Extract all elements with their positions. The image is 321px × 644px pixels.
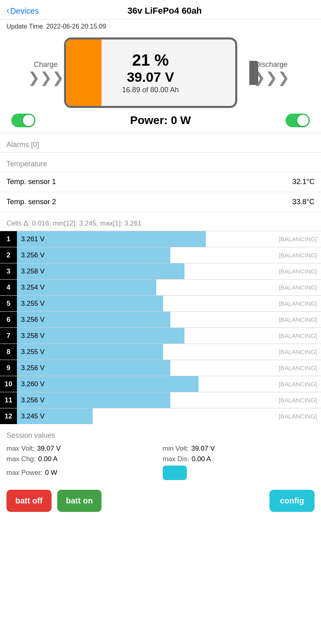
cell-fill-1: [17, 231, 206, 247]
cell-num-12: 12: [0, 408, 17, 424]
cell-balancing-5: [BALANCING]: [269, 300, 321, 307]
session-max-chg-val: 0.00 A: [38, 455, 58, 463]
cell-row-12: 12 3.245 V [BALANCING]: [0, 408, 321, 424]
charge-toggle[interactable]: [11, 114, 35, 127]
temp-sensor-2-label: Temp. sensor 2: [6, 198, 56, 206]
update-time-label: Update Time: [6, 23, 43, 30]
chevron-left-2: ❯: [52, 70, 64, 85]
cell-row-2: 2 3.256 V [BALANCING]: [0, 247, 321, 263]
battery-graphic: 21 % 39.07 V 16.89 of 80.00 Ah: [64, 37, 249, 108]
battery-body: 21 % 39.07 V 16.89 of 80.00 Ah: [64, 37, 237, 108]
session-config-placeholder: [163, 466, 187, 480]
cell-balancing-3: [BALANCING]: [269, 268, 321, 275]
session-max-power: max Power: 0 W: [6, 466, 159, 480]
cell-bar-3: 3.258 V: [17, 263, 269, 279]
cell-balancing-12: [BALANCING]: [269, 413, 321, 420]
batt-off-button[interactable]: batt off: [6, 490, 52, 512]
cell-row-6: 6 3.256 V [BALANCING]: [0, 311, 321, 327]
cell-value-12: 3.245 V: [17, 412, 45, 420]
discharge-text: Discharge: [255, 60, 288, 69]
temp-sensor-1-value: 32.1°C: [292, 178, 315, 186]
cell-row-7: 7 3.258 V [BALANCING]: [0, 327, 321, 344]
cell-bar-7: 3.258 V: [17, 328, 269, 344]
charge-text: Charge: [34, 60, 58, 69]
page-title: 36v LiFePo4 60ah: [14, 6, 315, 16]
cell-bar-6: 3.256 V: [17, 312, 269, 327]
cell-bar-1: 3.261 V: [17, 231, 269, 247]
charge-toggle-knob: [23, 115, 34, 126]
power-row: Power: 0 W: [0, 108, 321, 133]
power-label: Power: 0 W: [130, 114, 191, 127]
chevron-right-1: ❯❯❯: [253, 70, 290, 85]
cell-value-6: 3.256 V: [17, 316, 45, 323]
cell-balancing-11: [BALANCING]: [269, 397, 321, 404]
cell-balancing-6: [BALANCING]: [269, 316, 321, 323]
session-max-dis: max Dis: 0.00 A: [163, 455, 315, 463]
cell-num-5: 5: [0, 296, 17, 311]
session-empty: [163, 466, 315, 480]
session-max-power-val: 0 W: [45, 469, 57, 477]
temp-sensor-1-row: Temp. sensor 1 32.1°C: [0, 172, 321, 192]
session-max-chg-key: max Chg:: [6, 455, 36, 463]
cell-bar-9: 3.256 V: [17, 360, 269, 376]
cell-bar-4: 3.254 V: [17, 280, 269, 295]
battery-text: 21 % 39.07 V 16.89 of 80.00 Ah: [66, 39, 235, 106]
temperature-label: Temperature: [0, 153, 321, 172]
session-max-volt-key: max Volt:: [6, 445, 35, 453]
cell-bar-11: 3.256 V: [17, 392, 269, 408]
cell-num-6: 6: [0, 312, 17, 327]
session-max-power-key: max Power:: [6, 469, 43, 477]
charge-label: Charge ❯❯ ❯: [28, 60, 64, 85]
cell-balancing-8: [BALANCING]: [269, 348, 321, 355]
cell-value-8: 3.255 V: [17, 348, 45, 356]
cell-row-8: 8 3.255 V [BALANCING]: [0, 344, 321, 360]
cell-value-7: 3.258 V: [17, 332, 45, 340]
cell-balancing-9: [BALANCING]: [269, 364, 321, 371]
update-time-value: 2022-06-26 20:15:09: [46, 23, 106, 30]
session-max-chg: max Chg: 0.00 A: [6, 455, 159, 463]
temp-sensor-2-row: Temp. sensor 2 33.8°C: [0, 192, 321, 212]
cell-num-10: 10: [0, 376, 17, 392]
cell-num-8: 8: [0, 344, 17, 360]
cell-bar-5: 3.255 V: [17, 296, 269, 311]
cell-value-5: 3.255 V: [17, 300, 45, 307]
cells-header: Cells Δ: 0.016, min[12]: 3.245, max[1]: …: [0, 212, 321, 231]
session-min-volt-val: 39.07 V: [191, 445, 215, 453]
cell-num-1: 1: [0, 231, 17, 247]
cell-value-3: 3.258 V: [17, 267, 45, 275]
back-chevron-icon: ‹: [6, 6, 9, 16]
battery-terminal: [249, 61, 258, 85]
cell-bar-12: 3.245 V: [17, 408, 269, 424]
cell-num-7: 7: [0, 328, 17, 344]
discharge-toggle[interactable]: [286, 114, 310, 127]
battery-section: Charge ❯❯ ❯ 21 % 39.07 V 16.89 of 80.00 …: [0, 33, 321, 108]
cell-value-10: 3.260 V: [17, 380, 45, 388]
charge-chevrons: ❯❯ ❯: [28, 70, 64, 85]
cell-value-4: 3.254 V: [17, 284, 45, 291]
battery-voltage: 39.07 V: [127, 69, 174, 85]
cell-balancing-1: [BALANCING]: [269, 236, 321, 242]
session-max-dis-val: 0.00 A: [192, 455, 211, 463]
discharge-chevrons: ❯❯❯: [253, 70, 290, 85]
session-title: Session values: [6, 431, 315, 440]
cell-balancing-10: [BALANCING]: [269, 381, 321, 387]
cell-value-2: 3.256 V: [17, 251, 45, 259]
cell-balancing-4: [BALANCING]: [269, 284, 321, 291]
cell-num-9: 9: [0, 360, 17, 376]
temp-sensor-2-value: 33.8°C: [292, 198, 315, 206]
batt-on-button[interactable]: batt on: [57, 490, 102, 512]
cell-bar-2: 3.256 V: [17, 247, 269, 263]
bottom-bar: batt off batt on config: [0, 484, 321, 522]
cell-num-2: 2: [0, 247, 17, 263]
cell-value-11: 3.256 V: [17, 396, 45, 404]
session-grid: max Volt: 39.07 V min Volt: 39.07 V max …: [6, 445, 315, 480]
discharge-toggle-knob: [297, 115, 309, 126]
config-button[interactable]: config: [269, 490, 315, 512]
cell-num-4: 4: [0, 280, 17, 295]
session-max-dis-key: max Dis:: [163, 455, 189, 463]
cell-row-1: 1 3.261 V [BALANCING]: [0, 231, 321, 247]
cells-list: 1 3.261 V [BALANCING] 2 3.256 V [BALANCI…: [0, 231, 321, 424]
battery-ah: 16.89 of 80.00 Ah: [122, 86, 179, 94]
temp-sensor-1-label: Temp. sensor 1: [6, 178, 56, 186]
cell-row-9: 9 3.256 V [BALANCING]: [0, 360, 321, 376]
